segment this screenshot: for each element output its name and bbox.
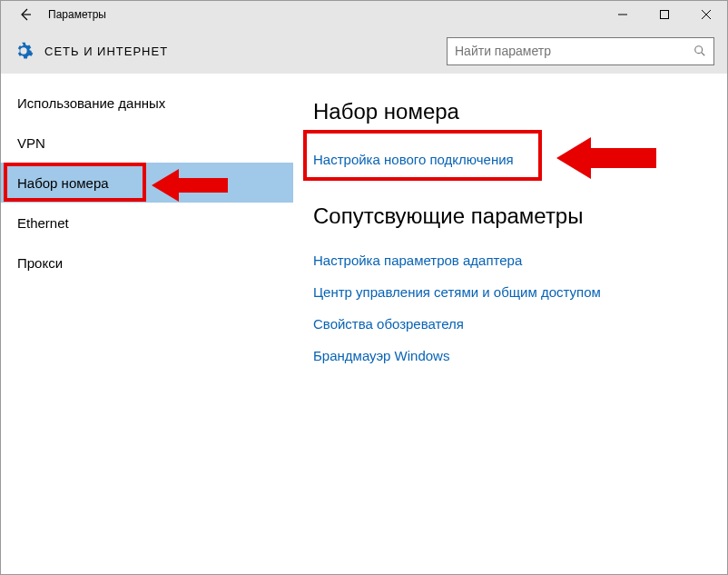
link-adapter-settings[interactable]: Настройка параметров адаптера [313,253,707,268]
svg-point-4 [695,46,703,54]
close-icon [702,10,711,19]
minimize-icon [618,10,627,19]
window-controls [602,1,727,28]
search-icon [694,45,706,57]
sidebar-item-ethernet[interactable]: Ethernet [1,203,293,243]
sidebar-item-label: Использование данных [17,95,165,111]
titlebar: Параметры [1,1,727,28]
gear-icon [14,41,34,61]
sidebar-item-dialup[interactable]: Набор номера [1,163,293,203]
sidebar: Использование данных VPN Набор номера Et… [1,74,293,574]
window-title: Параметры [48,8,106,21]
svg-rect-1 [661,11,669,19]
link-new-connection[interactable]: Настройка нового подключения [313,152,707,167]
header: СЕТЬ И ИНТЕРНЕТ [1,28,727,74]
related-heading: Сопутсвующие параметры [313,203,707,229]
sidebar-item-label: Прокси [17,255,63,271]
sidebar-item-vpn[interactable]: VPN [1,123,293,163]
minimize-button[interactable] [602,1,644,28]
page-heading: Набор номера [313,99,707,124]
content: Набор номера Настройка нового подключени… [293,74,727,574]
arrow-left-icon [18,7,33,22]
section-title: СЕТЬ И ИНТЕРНЕТ [44,45,168,58]
back-button[interactable] [14,3,37,26]
sidebar-item-label: Ethernet [17,215,69,231]
link-internet-options[interactable]: Свойства обозревателя [313,316,707,332]
maximize-icon [660,10,669,19]
sidebar-item-data-usage[interactable]: Использование данных [1,83,293,123]
search-box[interactable] [447,37,714,65]
link-network-sharing-center[interactable]: Центр управления сетями и общим доступом [313,284,707,300]
close-button[interactable] [685,1,727,28]
body: Использование данных VPN Набор номера Et… [1,74,727,574]
sidebar-item-proxy[interactable]: Прокси [1,243,293,283]
svg-line-5 [702,53,705,56]
search-input[interactable] [455,44,694,58]
sidebar-item-label: VPN [17,135,45,151]
maximize-button[interactable] [644,1,685,28]
link-windows-firewall[interactable]: Брандмауэр Windows [313,348,707,363]
sidebar-item-label: Набор номера [17,175,109,191]
